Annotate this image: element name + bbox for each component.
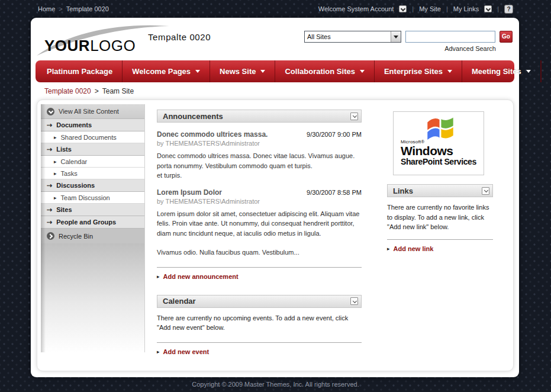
welcome-account-link[interactable]: Welcome System Account	[318, 5, 394, 12]
nav-item-label: Collaboration Sites	[285, 67, 355, 76]
calendar-empty-text: There are currently no upcoming events. …	[157, 313, 362, 333]
announcement-item: Lorem Ipsum Dolor 9/30/2007 8:58 PM by T…	[157, 188, 362, 258]
sidebar-item-label: Team Discussion	[61, 194, 110, 201]
content-panel: View All Site Content ⇢ Documents ▸ Shar…	[37, 99, 514, 371]
sidebar-item-label: People and Groups	[56, 219, 116, 226]
windows-label: Windows	[401, 144, 476, 157]
sidebar-item-label: View All Site Content	[59, 108, 119, 115]
my-links-link[interactable]: My Links	[453, 5, 479, 12]
sidebar-item-calendar[interactable]: ▸ Calendar	[41, 156, 144, 168]
breadcrumb-separator: >	[95, 87, 99, 95]
triangle-bullet-icon: ▸	[387, 246, 390, 252]
circle-chevron-right-icon	[47, 232, 54, 240]
sidebar-item-shared-documents[interactable]: ▸ Shared Documents	[41, 131, 144, 143]
divider: |	[446, 5, 448, 12]
chevron-down-icon	[195, 70, 200, 73]
calendar-menu-icon[interactable]	[350, 297, 358, 305]
select-chevron-icon[interactable]	[391, 31, 401, 42]
nav-welcome-pages[interactable]: Welcome Pages	[123, 60, 210, 82]
nav-news-site[interactable]: News Site	[210, 60, 275, 82]
sidebar-item-documents[interactable]: ⇢ Documents	[41, 119, 144, 131]
sidebar-item-label: Discussions	[56, 182, 95, 189]
triangle-bullet-icon: ▸	[54, 195, 57, 201]
search-go-button[interactable]: Go	[500, 31, 513, 43]
divider: |	[497, 5, 499, 12]
sidebar-item-label: Sites	[56, 206, 72, 213]
top-account-links: Welcome System Account | My Site | My Li…	[318, 5, 513, 14]
sidebar-item-label: Lists	[56, 146, 72, 153]
quick-launch-sidebar: View All Site Content ⇢ Documents ▸ Shar…	[41, 104, 145, 352]
sidebar-item-label: Calendar	[61, 158, 88, 165]
calendar-section: Calendar There are currently no upcoming…	[157, 295, 362, 355]
windows-flag-icon	[422, 117, 459, 142]
add-new-announcement-link[interactable]: ▸ Add new announcement	[157, 273, 362, 280]
nav-item-label: News Site	[220, 67, 256, 76]
advanced-search-link[interactable]: Advanced Search	[304, 45, 513, 52]
dashed-arrow-icon: ⇢	[47, 121, 52, 129]
announcements-menu-icon[interactable]	[350, 113, 358, 120]
announcement-title-link[interactable]: Lorem Ipsum Dolor	[157, 188, 222, 197]
calendar-title: Calendar	[163, 297, 196, 306]
nav-enterprise-sites[interactable]: Enterprise Sites	[375, 60, 462, 82]
links-section: Links There are currently no favorite li…	[387, 184, 493, 252]
sharepoint-logo[interactable]: Microsoft® Windows SharePoint Services	[393, 111, 484, 175]
add-new-link-link[interactable]: ▸ Add new link	[387, 245, 493, 252]
announcement-item: Donec commodo ultrices massa. 9/30/2007 …	[157, 130, 362, 181]
my-links-chevron-icon[interactable]	[484, 5, 492, 12]
triangle-bullet-icon: ▸	[157, 274, 160, 279]
sidebar-item-recycle-bin[interactable]: Recycle Bin	[41, 229, 144, 243]
breadcrumb-site-link[interactable]: Template 0020	[44, 87, 91, 95]
divider: |	[412, 5, 414, 12]
nav-collaboration-sites[interactable]: Collaboration Sites	[275, 60, 374, 82]
sidebar-gradient-tail	[41, 243, 144, 352]
breadcrumb: Template 0020 > Team Site	[31, 82, 519, 99]
account-menu-chevron-icon[interactable]	[399, 5, 407, 12]
sidebar-item-discussions[interactable]: ⇢ Discussions	[41, 179, 144, 192]
links-title: Links	[393, 187, 413, 195]
main-nav: Platinum Package Welcome Pages News Site…	[36, 60, 514, 82]
top-bar: Home > Template 0020 Welcome System Acco…	[0, 0, 551, 18]
page: Home > Template 0020 Welcome System Acco…	[0, 0, 551, 392]
add-new-event-link[interactable]: ▸ Add new event	[157, 348, 362, 355]
my-site-link[interactable]: My Site	[419, 5, 441, 12]
links-menu-icon[interactable]	[482, 187, 489, 195]
sidebar-item-lists[interactable]: ⇢ Lists	[41, 143, 144, 156]
help-icon[interactable]: ?	[504, 5, 513, 14]
divider	[387, 239, 493, 240]
site-header: YOURLOGO Tempalte 0020 All Sites Go Adva…	[31, 18, 519, 60]
top-home-link[interactable]: Home	[38, 5, 55, 12]
announcement-date: 9/30/2007 8:58 PM	[307, 189, 362, 196]
nav-platinum-package[interactable]: Platinum Package	[36, 60, 123, 82]
dashed-arrow-icon: ⇢	[47, 206, 52, 214]
nav-meeting-sites[interactable]: Meeting Sites	[462, 60, 541, 82]
site-actions-menu[interactable]: Site Actions	[541, 60, 551, 82]
chevron-down-icon	[447, 70, 452, 73]
announcement-body: Donec commodo ultrices massa. Donec vita…	[157, 151, 362, 181]
links-empty-text: There are currently no favorite links to…	[387, 203, 493, 232]
add-link-label: Add new event	[163, 348, 210, 355]
dashed-arrow-icon: ⇢	[47, 182, 52, 189]
search-area: All Sites Go Advanced Search	[304, 31, 513, 52]
search-input[interactable]	[405, 31, 495, 43]
search-scope-value: All Sites	[305, 33, 391, 40]
logo-your: YOUR	[44, 37, 90, 54]
announcement-title-link[interactable]: Donec commodo ultrices massa.	[157, 130, 268, 139]
footer: Copyright © 2009 Master Themes, Inc. All…	[0, 377, 551, 392]
sharepoint-services-label: SharePoint Services	[401, 157, 476, 166]
sidebar-item-tasks[interactable]: ▸ Tasks	[41, 168, 144, 179]
sidebar-item-view-all-site-content[interactable]: View All Site Content	[41, 104, 144, 119]
triangle-bullet-icon: ▸	[54, 134, 57, 140]
sidebar-item-sites[interactable]: ⇢ Sites	[41, 204, 144, 216]
sidebar-item-label: Tasks	[61, 170, 78, 177]
search-scope-select[interactable]: All Sites	[304, 31, 401, 43]
chevron-down-icon	[260, 70, 265, 73]
triangle-bullet-icon: ▸	[54, 171, 57, 176]
sidebar-item-team-discussion[interactable]: ▸ Team Discussion	[41, 192, 144, 204]
logo-text: YOURLOGO	[44, 37, 136, 55]
announcements-title: Announcements	[163, 112, 223, 121]
top-breadcrumb: Home > Template 0020	[38, 5, 109, 12]
sidebar-item-people-and-groups[interactable]: ⇢ People and Groups	[41, 216, 144, 229]
calendar-header: Calendar	[157, 295, 362, 308]
page-title: Tempalte 0020	[148, 32, 211, 42]
nav-item-label: Welcome Pages	[132, 67, 191, 76]
